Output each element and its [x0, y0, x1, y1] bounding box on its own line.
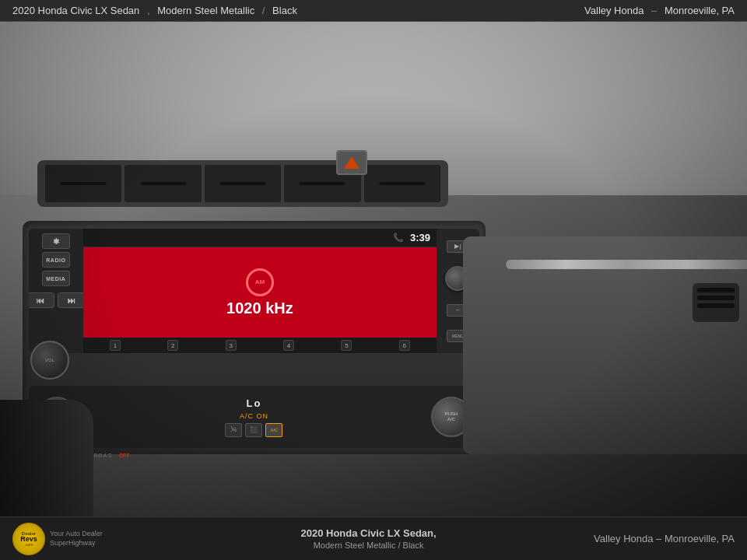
dash-trim-accent [506, 260, 747, 269]
top-bar: 2020 Honda Civic LX Sedan , Modern Steel… [0, 0, 747, 22]
radio-screen: 📞 3:39 AM 1020 kHz 1 2 [83, 229, 437, 353]
radio-time: 3:39 [410, 232, 430, 243]
dealer-name: Valley Honda [584, 5, 644, 16]
top-vents [37, 160, 448, 207]
vent-bar [697, 296, 735, 300]
seek-forward-button[interactable]: ⏭ [58, 292, 86, 308]
seek-back-button[interactable]: ⏮ [29, 292, 54, 308]
logo-tagline: Your Auto Dealer SuperHighway [50, 530, 143, 548]
dealer-location: Monroeville, PA [665, 5, 735, 16]
top-bar-dealer-info: Valley Honda – Monroeville, PA [584, 5, 735, 16]
am-label: AM [255, 278, 265, 285]
logo-circle: Dealer Revs .com [12, 523, 45, 555]
bottom-bar: Dealer Revs .com Your Auto Dealer SuperH… [0, 516, 747, 560]
climate-center: Lo A/C ON 🌬 ⬛ A/C [83, 397, 425, 437]
phone-icon: 📞 [393, 233, 404, 243]
am-circle-icon: AM [246, 268, 274, 296]
preset-5[interactable]: 5 [341, 340, 352, 351]
radio-frequency: 1020 kHz [226, 299, 293, 317]
interior-color: Black [272, 5, 297, 16]
preset-1[interactable]: 1 [110, 340, 121, 351]
temp-display: Lo [246, 397, 261, 409]
radio-unit: ✱ RADIO MEDIA ⏮ ⏭ 📞 3:39 [29, 229, 479, 353]
vent-bar [697, 288, 735, 292]
push-ac-label: PUSHA/C [445, 411, 458, 422]
airbag-label-area: PASSENGER AIRBAG OFF [45, 453, 419, 458]
radio-left-controls: ✱ RADIO MEDIA ⏮ ⏭ [29, 229, 83, 353]
top-bar-car-info: 2020 Honda Civic LX Sedan , Modern Steel… [12, 5, 297, 16]
hazard-button[interactable] [336, 150, 367, 175]
climate-buttons: 🌬 ⬛ A/C [225, 423, 282, 437]
dealer-revs-logo: Dealer Revs .com Your Auto Dealer SuperH… [12, 523, 143, 555]
climate-controls: PUSHAUTO Lo A/C ON 🌬 ⬛ A/C PUSHA/C [29, 386, 479, 448]
bottom-car-title: 2020 Honda Civic LX Sedan, [300, 527, 436, 539]
vent-slot [364, 165, 440, 202]
radio-button[interactable]: RADIO [42, 252, 70, 268]
vent-bar [697, 303, 735, 308]
radio-screen-top: 📞 3:39 [83, 229, 437, 247]
vent-slot [45, 165, 121, 202]
vent-slot [124, 165, 201, 202]
front-defrost-button[interactable]: 🌬 [225, 423, 242, 437]
seek-controls: ⏮ ⏭ [29, 292, 86, 308]
car-name: 2020 Honda Civic LX Sedan [12, 5, 139, 16]
airbag-status: OFF [119, 453, 130, 458]
ac-status: A/C ON [240, 412, 268, 420]
vent-slot [205, 165, 281, 202]
volume-knob[interactable]: VOL [30, 341, 69, 380]
am-icon-area: AM [246, 268, 274, 296]
dealer-separator: – [651, 5, 657, 16]
rear-defrost-button[interactable]: ⬛ [245, 423, 262, 437]
separator2: / [262, 5, 265, 16]
media-button[interactable]: MEDIA [42, 271, 70, 286]
exterior-color: Modern Steel Metallic [157, 5, 254, 16]
hazard-triangle-icon [344, 156, 359, 169]
vol-label: VOL [45, 358, 54, 363]
preset-6[interactable]: 6 [399, 340, 410, 351]
logo-bottom-text: .com [25, 543, 33, 547]
right-vent [693, 283, 739, 322]
preset-3[interactable]: 3 [226, 340, 237, 351]
radio-presets: 1 2 3 4 5 6 [83, 338, 437, 353]
ac-button[interactable]: A/C [265, 423, 282, 437]
snowflake-icon[interactable]: ✱ [42, 233, 70, 249]
preset-4[interactable]: 4 [283, 340, 294, 351]
separator1: , [147, 5, 150, 16]
bottom-car-color: Modern Steel Metallic / Black [300, 541, 436, 550]
passenger-dash [463, 236, 747, 454]
bottom-car-info: 2020 Honda Civic LX Sedan, Modern Steel … [300, 527, 436, 550]
car-interior-bg: ✱ RADIO MEDIA ⏮ ⏭ 📞 3:39 [0, 22, 747, 516]
radio-screen-main: AM 1020 kHz [83, 247, 437, 338]
car-photo: ✱ RADIO MEDIA ⏮ ⏭ 📞 3:39 [0, 22, 747, 516]
preset-2[interactable]: 2 [167, 340, 178, 351]
steering-column [0, 400, 93, 516]
bottom-dealer: Valley Honda – Monroeville, PA [594, 533, 735, 544]
